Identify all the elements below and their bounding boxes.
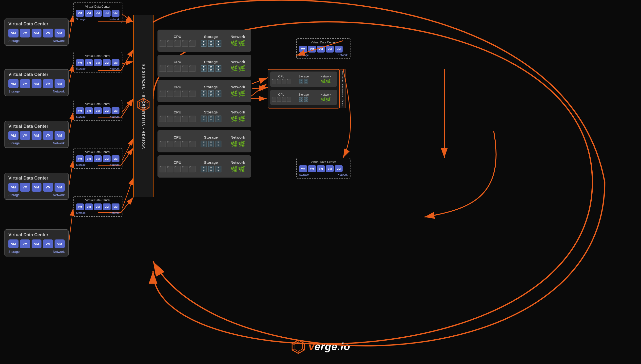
vm-box-sm: VM bbox=[112, 155, 119, 162]
cpu-label: CPU bbox=[278, 93, 284, 96]
vm-box-sm: VM bbox=[317, 46, 325, 52]
vm-box-sm: VM bbox=[85, 204, 93, 210]
storage-icon: 🗄️🗄️🗄️ bbox=[200, 116, 222, 122]
vm-box: VM bbox=[32, 79, 42, 88]
svg-marker-13 bbox=[294, 342, 302, 352]
vdc-left-2-labels: Storage Network bbox=[9, 90, 65, 93]
vm-box: VM bbox=[55, 28, 65, 38]
storage-label: Storage bbox=[299, 173, 309, 176]
server-row-3: CPU ⬛⬛⬛⬛⬛ Storage 🗄️🗄️🗄️ Network 🌿🌿 bbox=[157, 80, 251, 102]
vdc-left-4-title: Virtual Data Center bbox=[9, 176, 65, 181]
vm-box: VM bbox=[9, 240, 19, 248]
storage-icon: 🗄️🗄️🗄️ bbox=[200, 40, 222, 47]
vm-box-sm: VM bbox=[299, 165, 307, 172]
rserver-1: CPU ⬛⬛⬛⬛ Storage 🗄️🗄️ Network 🌿🌿 bbox=[270, 72, 337, 87]
vm-box: VM bbox=[55, 79, 65, 88]
vdc-mid-5: Virtual Data Center VM VM VM VM VM Stora… bbox=[73, 196, 122, 217]
vdc-right-2: Virtual Data Center VM VM VM VM VM Stora… bbox=[296, 158, 351, 178]
network-label: Network bbox=[110, 67, 119, 70]
cpu-label: CPU bbox=[174, 60, 181, 64]
vm-box: VM bbox=[32, 240, 42, 248]
vm-box-sm: VM bbox=[299, 46, 307, 52]
vm-box-sm: VM bbox=[94, 107, 102, 114]
vdc-left-3: Virtual Data Center VM VM VM VM VM Stora… bbox=[5, 121, 69, 148]
cpu-label: CPU bbox=[174, 85, 181, 89]
cpu-cell: CPU ⬛⬛⬛⬛⬛ bbox=[157, 30, 197, 52]
storage-icon: 🗄️🗄️🗄️ bbox=[200, 65, 222, 72]
server-row-2: CPU ⬛⬛⬛⬛⬛ Storage 🗄️🗄️🗄️ Network 🌿🌿 bbox=[157, 55, 251, 77]
cpu-icon: ⬛⬛⬛⬛⬛ bbox=[159, 65, 196, 72]
vdc-left-2: Virtual Data Center VM VM VM VM VM Stora… bbox=[5, 69, 69, 96]
cpu-label: CPU bbox=[174, 135, 181, 139]
vm-box: VM bbox=[43, 183, 53, 192]
network-cell: Network 🌿🌿 bbox=[224, 130, 251, 152]
storage-icon: 🗄️🗄️🗄️ bbox=[200, 90, 222, 97]
network-icon: 🌿🌿 bbox=[230, 65, 245, 72]
vm-box-sm: VM bbox=[76, 107, 84, 114]
vdc-mid-5-title: Virtual Data Center bbox=[76, 198, 119, 202]
vdc-left-3-title: Virtual Data Center bbox=[9, 124, 65, 129]
vm-box: VM bbox=[43, 131, 53, 140]
cpu-icon: ⬛⬛⬛⬛ bbox=[271, 97, 291, 102]
vergeos-logo-center bbox=[136, 98, 151, 112]
vdc-mid-5-vm-row: VM VM VM VM VM bbox=[76, 204, 119, 210]
cpu-icon: ⬛⬛⬛⬛⬛ bbox=[159, 90, 196, 97]
storage-label: Storage bbox=[204, 34, 218, 39]
network-icon: 🌿🌿 bbox=[230, 116, 245, 122]
network-cell: Network 🌿🌿 bbox=[224, 155, 251, 178]
storage-cell: Storage 🗄️🗄️🗄️ bbox=[197, 80, 224, 102]
vdc-left-3-vm-row: VM VM VM VM VM bbox=[9, 131, 65, 140]
vdc-left-1-labels: Storage Network bbox=[9, 39, 65, 43]
storage-label: Storage bbox=[9, 141, 20, 145]
network-label: Network bbox=[53, 193, 65, 197]
vm-box-sm: VM bbox=[112, 59, 119, 66]
vdc-left-5: Virtual Data Center VM VM VM VM VM Stora… bbox=[5, 229, 69, 256]
network-cell: Network 🌿🌿 bbox=[224, 30, 251, 52]
vdc-left-3-labels: Storage Network bbox=[9, 141, 65, 145]
vm-box-sm: VM bbox=[76, 59, 84, 66]
vm-box-sm: VM bbox=[94, 155, 102, 162]
network-label: Network bbox=[53, 250, 65, 254]
vm-box: VM bbox=[43, 28, 53, 38]
vm-box: VM bbox=[20, 240, 30, 248]
vdc-left-1-title: Virtual Data Center bbox=[9, 22, 65, 27]
network-label: Network bbox=[230, 135, 245, 139]
storage-label: Storage bbox=[298, 75, 309, 78]
vdc-left-4-vm-row: VM VM VM VM VM bbox=[9, 183, 65, 192]
cpu-cell: CPU ⬛⬛⬛⬛⬛ bbox=[157, 55, 197, 77]
vdc-mid-2-labels: Storage Network bbox=[76, 67, 119, 70]
vm-box: VM bbox=[9, 183, 19, 192]
vergeos-logo-icon bbox=[291, 339, 305, 354]
vdc-left-2-title: Virtual Data Center bbox=[9, 72, 65, 77]
vm-box-sm: VM bbox=[103, 59, 111, 66]
vm-box-sm: VM bbox=[85, 155, 93, 162]
vdc-mid-4-vm-row: VM VM VM VM VM bbox=[76, 155, 119, 162]
storage-label: Storage bbox=[76, 211, 86, 214]
vm-box: VM bbox=[9, 28, 19, 38]
storage-label: Storage bbox=[204, 160, 218, 164]
vm-box-sm: VM bbox=[112, 10, 119, 17]
vm-box: VM bbox=[43, 79, 53, 88]
vm-box-sm: VM bbox=[335, 165, 343, 172]
cpu-label: CPU bbox=[174, 34, 181, 39]
server-row-1: CPU ⬛⬛⬛⬛⬛ Storage 🗄️🗄️🗄️ Network 🌿🌿 bbox=[157, 30, 251, 52]
vm-box-sm: VM bbox=[112, 204, 119, 210]
vm-box-sm: VM bbox=[308, 165, 316, 172]
vm-box: VM bbox=[32, 28, 42, 38]
svg-marker-5 bbox=[140, 100, 147, 109]
network-label: Network bbox=[110, 18, 119, 21]
storage-label: Storage bbox=[204, 85, 218, 89]
vdc-mid-1-vm-row: VM VM VM VM VM bbox=[76, 10, 119, 17]
network-icon: 🌿🌿 bbox=[321, 97, 331, 102]
storage-label: Storage bbox=[204, 135, 218, 139]
vm-box-sm: VM bbox=[103, 107, 111, 114]
vergeos-right-container: CPU ⬛⬛⬛⬛ Storage 🗄️🗄️ Network 🌿🌿 CPU ⬛⬛⬛… bbox=[268, 69, 339, 108]
network-cell: Network 🌿🌿 bbox=[224, 80, 251, 102]
network-cell: Network 🌿🌿 bbox=[224, 55, 251, 77]
network-label: Network bbox=[230, 160, 245, 164]
vm-box-sm: VM bbox=[76, 204, 84, 210]
storage-cell: Storage 🗄️🗄️🗄️ bbox=[197, 155, 224, 178]
network-icon: 🌿🌿 bbox=[230, 90, 245, 97]
cpu-cell: CPU ⬛⬛⬛⬛⬛ bbox=[157, 130, 197, 152]
vergeo-logo-bottom: verge.io bbox=[291, 339, 350, 354]
